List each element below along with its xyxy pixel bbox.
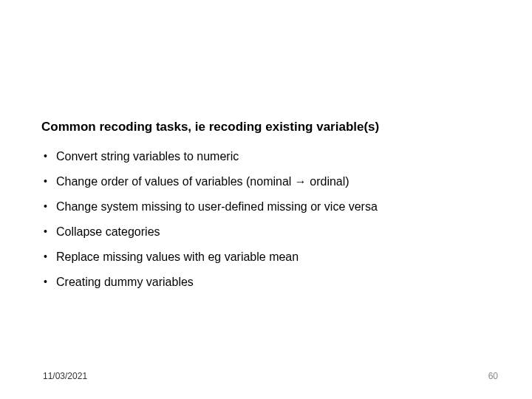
list-item: Convert string variables to numeric <box>56 149 491 164</box>
content-area: Common recoding tasks, ie recoding exist… <box>41 120 491 300</box>
slide: Common recoding tasks, ie recoding exist… <box>0 0 532 399</box>
footer-date: 11/03/2021 <box>43 371 87 381</box>
list-item: Replace missing values with eg variable … <box>56 250 491 265</box>
bullet-list: Convert string variables to numeric Chan… <box>41 149 491 290</box>
list-item: Collapse categories <box>56 225 491 239</box>
list-item: Change order of values of variables (nom… <box>56 174 491 189</box>
list-item: Creating dummy variables <box>56 275 491 290</box>
footer-page-number: 60 <box>488 371 498 381</box>
slide-heading: Common recoding tasks, ie recoding exist… <box>41 120 491 134</box>
list-item: Change system missing to user-defined mi… <box>56 200 491 214</box>
